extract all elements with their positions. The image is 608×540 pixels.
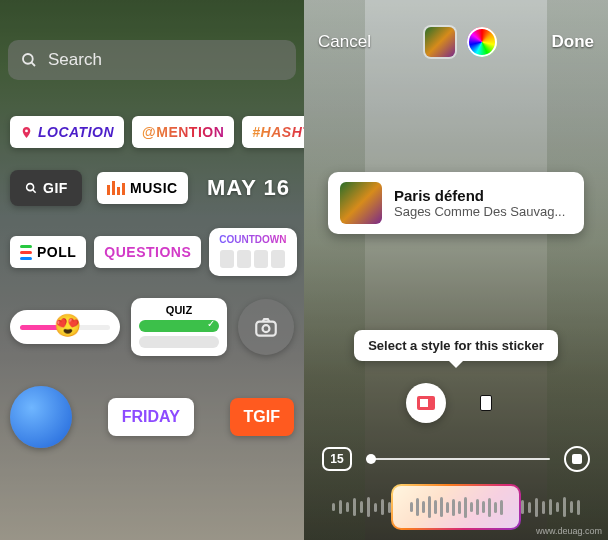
- camera-icon: [253, 314, 279, 340]
- album-art-thumb-button[interactable]: [425, 27, 455, 57]
- sticker-hashtag-label: #HASHTAG: [252, 124, 304, 140]
- svg-point-2: [25, 129, 28, 132]
- svg-point-3: [27, 184, 34, 191]
- sticker-poll-label: POLL: [37, 244, 76, 260]
- sticker-emoji-slider[interactable]: 😍: [10, 310, 120, 344]
- style-card-icon: [417, 396, 435, 410]
- style-hint-tooltip: Select a style for this sticker: [354, 330, 558, 361]
- sticker-location-label: LOCATION: [38, 124, 114, 140]
- sticker-mention[interactable]: @MENTION: [132, 116, 234, 148]
- sticker-poll[interactable]: POLL: [10, 236, 86, 268]
- clip-timeline-thumb-icon: [366, 454, 376, 464]
- stop-icon: [572, 454, 582, 464]
- sticker-gif[interactable]: GIF: [10, 170, 82, 206]
- waveform-selection-icon: [393, 486, 519, 528]
- song-artist: Sages Comme Des Sauvag...: [394, 204, 565, 219]
- waveform-scrubber[interactable]: [304, 482, 608, 532]
- sticker-questions[interactable]: QUESTIONS: [94, 236, 201, 268]
- color-wheel-button[interactable]: [467, 27, 497, 57]
- sticker-hashtag[interactable]: #HASHTAG: [242, 116, 304, 148]
- sticker-questions-label: QUESTIONS: [104, 244, 191, 260]
- clip-timeline[interactable]: [366, 458, 550, 460]
- clip-scrubber-row: 15: [304, 444, 608, 474]
- sticker-tray-pane: LOCATION @MENTION #HASHTAG GIF: [0, 0, 304, 540]
- sticker-tgif[interactable]: TGIF: [230, 398, 294, 436]
- sticker-date[interactable]: MAY 16: [203, 175, 294, 201]
- camera-sticker-button[interactable]: [238, 299, 294, 355]
- location-pin-icon: [20, 125, 33, 140]
- editor-top-bar: Cancel Done: [304, 20, 608, 64]
- sticker-mention-label: @MENTION: [142, 124, 224, 140]
- svg-rect-5: [256, 322, 276, 336]
- search-icon: [20, 51, 38, 69]
- sticker-style-option-1[interactable]: [406, 383, 446, 423]
- sticker-search-field[interactable]: [8, 40, 296, 80]
- sticker-gif-label: GIF: [43, 180, 68, 196]
- sticker-weather-circle[interactable]: [10, 386, 72, 448]
- music-sticker-editor-pane: Cancel Done Paris défend Sages Comme Des…: [304, 0, 608, 540]
- sticker-style-selector: [304, 378, 608, 428]
- album-art-icon: [340, 182, 382, 224]
- heart-eyes-emoji-icon: 😍: [54, 313, 81, 339]
- poll-lines-icon: [20, 245, 32, 260]
- sticker-music-label: MUSIC: [130, 180, 178, 196]
- cancel-button[interactable]: Cancel: [318, 32, 371, 52]
- svg-point-6: [263, 325, 270, 332]
- sticker-countdown-label: COUNTDOWN: [219, 234, 286, 245]
- sticker-location[interactable]: LOCATION: [10, 116, 124, 148]
- svg-point-0: [23, 54, 33, 64]
- sticker-quiz-label: QUIZ: [139, 304, 219, 316]
- watermark-text: www.deuag.com: [536, 526, 602, 536]
- music-sticker-preview[interactable]: Paris défend Sages Comme Des Sauvag...: [328, 172, 584, 234]
- play-pause-button[interactable]: [564, 446, 590, 472]
- sticker-friday[interactable]: FRIDAY: [108, 398, 194, 436]
- sticker-music[interactable]: MUSIC: [97, 172, 188, 204]
- sticker-countdown[interactable]: COUNTDOWN: [209, 228, 296, 276]
- style-minimal-icon: [480, 395, 492, 411]
- clip-duration-button[interactable]: 15: [322, 447, 352, 471]
- music-bars-icon: [107, 181, 125, 195]
- search-icon: [24, 181, 38, 195]
- waveform-selection-handle[interactable]: [391, 484, 521, 530]
- sticker-search-input[interactable]: [48, 50, 284, 70]
- svg-line-4: [33, 190, 36, 193]
- done-button[interactable]: Done: [551, 32, 594, 52]
- sticker-style-option-2[interactable]: [466, 383, 506, 423]
- quiz-option-correct-icon: [139, 320, 219, 332]
- quiz-option-blank-icon: [139, 336, 219, 348]
- song-title: Paris défend: [394, 187, 565, 204]
- countdown-slots-icon: [220, 250, 285, 268]
- sticker-quiz[interactable]: QUIZ: [131, 298, 227, 356]
- svg-line-1: [31, 62, 35, 66]
